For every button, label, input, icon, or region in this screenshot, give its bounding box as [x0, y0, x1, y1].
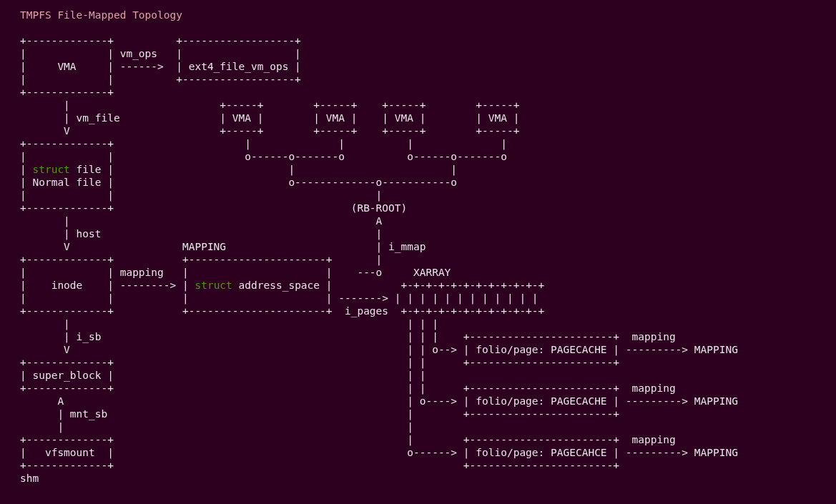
diagram-line: | i_sb | | | +-----------------------+ m… [20, 331, 676, 342]
diagram-line: +-------------+ +-----------------------… [20, 460, 619, 471]
diagram-line: V MAPPING | i_mmap [20, 241, 426, 252]
struct-keyword: struct [32, 164, 69, 175]
diagram-line: | | +------------------+ [20, 74, 301, 85]
diagram-title: TMPFS File-Mapped Topology [20, 9, 816, 34]
diagram-line: | mnt_sb | +-----------------------+ [20, 408, 619, 420]
diagram-line: A | o----> | folio/page: PAGECACHE | ---… [20, 395, 738, 407]
diagram-line: +-------------+ [20, 87, 114, 98]
ascii-diagram-body: +-------------+ +------------------+ | |… [20, 34, 816, 485]
diagram-line: V +-----+ +-----+ +-----+ +-----+ [20, 125, 519, 137]
diagram-line: +-------------+ | | +-------------------… [20, 382, 676, 394]
diagram-line: shm [20, 473, 39, 484]
diagram-line: | | mapping | | ---o XARRAY [20, 267, 451, 278]
diagram-line: | VMA | ------> | ext4_file_vm_ops | [20, 61, 301, 72]
diagram-line: address_space | +-+-+-+-+-+-+-+-+-+-+-+ [232, 280, 545, 291]
diagram-line: | vm_file | VMA | | VMA | | VMA | | VMA … [20, 112, 519, 124]
diagram-line: +-------------+ +------------------+ [20, 35, 301, 46]
diagram-line: +-------------+ (RB-ROOT) [20, 202, 407, 214]
diagram-line: | | | | [20, 318, 438, 330]
diagram-line: | | o------o-------o o------o-------o [20, 151, 507, 162]
diagram-line: +-------------+ +----------------------+… [20, 305, 544, 317]
diagram-line: file | | | [70, 164, 457, 175]
diagram-line: +-------------+ | | | | [20, 138, 507, 149]
diagram-line: | | vm_ops | | [20, 48, 301, 59]
diagram-line: | A [20, 215, 382, 227]
diagram-line: V | | o--> | folio/page: PAGECACHE | ---… [20, 344, 738, 355]
diagram-line: +-------------+ | +---------------------… [20, 434, 676, 445]
diagram-line: | super_block | | | [20, 370, 426, 381]
diagram-line: +-------------+ | | +-------------------… [20, 357, 619, 368]
diagram-line: | | [20, 421, 413, 433]
diagram-line: | vfsmount | o------> | folio/page: PAGE… [20, 447, 738, 458]
diagram-line: | host | [20, 228, 382, 239]
diagram-line: | | | [20, 189, 382, 201]
diagram-line: +-------------+ +----------------------+… [20, 254, 382, 265]
diagram-line: | | | | -------> | | | | | | | | | | | | [20, 292, 539, 304]
struct-keyword: struct [195, 280, 232, 291]
diagram-container: TMPFS File-Mapped Topology +------------… [0, 0, 836, 493]
diagram-line: | inode | --------> | [20, 280, 195, 291]
diagram-line: | +-----+ +-----+ +-----+ +-----+ [20, 99, 519, 111]
diagram-line: | Normal file | o-------------o---------… [20, 177, 457, 188]
